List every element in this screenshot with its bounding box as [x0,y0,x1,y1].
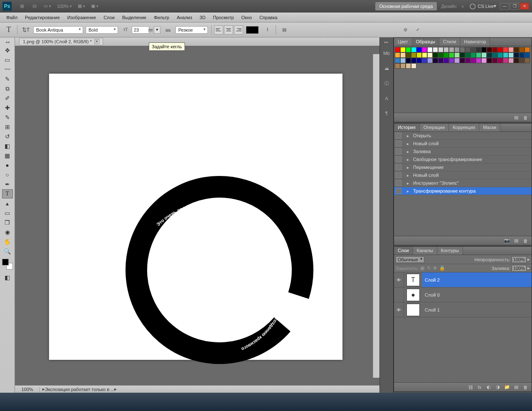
new-swatch-icon[interactable]: ▤ [512,114,520,121]
layer-visibility-icon[interactable]: 👁 [394,302,404,317]
swatch[interactable] [498,52,503,58]
swatch[interactable] [433,47,438,52]
type-tool[interactable]: T [2,189,13,198]
layer-visibility-icon[interactable] [394,287,404,302]
swatch[interactable] [525,52,530,58]
swatch[interactable] [395,47,400,52]
warp-text-icon[interactable]: ⌇ [262,25,273,35]
swatch[interactable] [438,58,443,63]
swatch[interactable] [514,47,519,52]
swatch[interactable] [395,63,400,69]
shape-tool[interactable]: ▭ [2,208,13,218]
text-color-swatch[interactable] [246,26,259,34]
swatch[interactable] [508,52,514,58]
healing-tool[interactable]: ✚ [2,103,13,112]
swatch[interactable] [400,52,406,58]
layer-row[interactable]: 👁Слой 1 [394,302,532,317]
swatch[interactable] [476,52,481,58]
3d-camera-tool[interactable]: ◉ [2,228,13,237]
swatch[interactable] [400,63,406,69]
tab-swatches[interactable]: Образцы [412,38,439,46]
cs-live-button[interactable]: CS Live ▾ [470,3,496,9]
layer-name[interactable]: Слой 2 [422,272,532,287]
tab-history[interactable]: История [394,124,420,131]
menu-image[interactable]: Изображение [64,14,100,21]
layer-thumbnail[interactable]: ● [406,289,420,301]
align-right-button[interactable] [234,25,243,35]
histogram-panel-icon[interactable]: ⛰ [381,63,392,74]
menu-filter[interactable]: Фильтр [150,14,173,21]
layer-fx-icon[interactable]: fx [476,384,483,391]
view-extras-dropdown[interactable]: ▭ [42,2,53,10]
tab-color[interactable]: Цвет [394,38,412,46]
close-button[interactable]: ✕ [520,3,529,10]
lock-pixels-icon[interactable]: ✎ [427,265,431,271]
swatch[interactable] [400,47,406,52]
tab-paths[interactable]: Контуры [437,247,463,255]
font-style-dropdown[interactable]: Bold [86,26,118,34]
swatch[interactable] [406,47,411,52]
history-item[interactable]: ▸Заливка [394,148,532,156]
swatch[interactable] [416,47,422,52]
menu-window[interactable]: Окно [238,14,256,21]
swatch[interactable] [449,58,454,63]
swatch[interactable] [416,52,422,58]
cancel-edit-icon[interactable]: ⊘ [400,25,411,35]
swatch[interactable] [525,47,530,52]
swatch[interactable] [411,63,416,69]
mini-bridge-panel-icon[interactable]: Mb [381,48,392,59]
swatch[interactable] [519,47,525,52]
swatch[interactable] [519,58,525,63]
menu-layers[interactable]: Слои [100,14,118,21]
swatch[interactable] [465,47,470,52]
align-left-button[interactable] [214,25,223,35]
swatch[interactable] [525,58,530,63]
align-center-button[interactable] [224,25,233,35]
swatch[interactable] [481,47,487,52]
info-panel-icon[interactable]: ⓘ [381,78,392,89]
swatch[interactable] [422,47,427,52]
tab-navigator[interactable]: Навигатор [461,38,490,46]
swatch[interactable] [422,58,427,63]
hand-tool[interactable]: ✋ [2,237,13,246]
swatch[interactable] [427,47,433,52]
commit-edit-icon[interactable]: ✓ [412,25,423,35]
history-item[interactable]: ▸Новый слой [394,140,532,148]
swatch[interactable] [406,58,411,63]
menu-view[interactable]: Просмотр [209,14,237,21]
swatch[interactable] [454,47,460,52]
history-item[interactable]: ▸Свободное трансформирование [394,156,532,163]
document-tab-close-icon[interactable]: ✕ [94,39,99,44]
layer-mask-icon[interactable]: ◐ [485,384,493,391]
delete-swatch-icon[interactable]: 🗑 [522,114,529,121]
tab-channels[interactable]: Каналы [413,247,437,255]
status-zoom[interactable]: 100% [15,387,40,392]
tab-actions[interactable]: Операции [420,124,449,131]
character-panel-icon[interactable]: ▤ [279,25,290,35]
eyedropper-tool[interactable]: ✐ [2,94,13,103]
lock-position-icon[interactable]: ✥ [433,265,437,271]
eraser-tool[interactable]: ◧ [2,141,13,151]
opacity-input[interactable]: 100% [512,256,527,263]
swatch[interactable] [465,52,470,58]
swatch[interactable] [454,52,460,58]
swatch[interactable] [481,58,487,63]
menu-select[interactable]: Выделение [118,14,150,21]
swatch[interactable] [406,63,411,69]
history-item[interactable]: ▸Инструмент "Эллипс" [394,179,532,187]
lock-transparency-icon[interactable]: ▦ [420,265,424,271]
font-family-dropdown[interactable]: Book Antiqua [33,26,83,34]
history-item[interactable]: ▸Перемещение [394,163,532,171]
swatch[interactable] [487,52,492,58]
blend-mode-dropdown[interactable]: Обычные [396,256,424,263]
arrange-documents-dropdown[interactable]: ▦ [76,2,87,10]
swatches-grid[interactable] [395,47,531,69]
swatch[interactable] [400,58,406,63]
swatch[interactable] [508,58,514,63]
tab-adjustments[interactable]: Коррекция [449,124,479,131]
tab-layers[interactable]: Слои [394,247,413,255]
layer-adjust-icon[interactable]: ◑ [494,384,502,391]
swatch[interactable] [498,47,503,52]
swatch[interactable] [514,58,519,63]
history-delete-icon[interactable]: 🗑 [522,238,529,244]
